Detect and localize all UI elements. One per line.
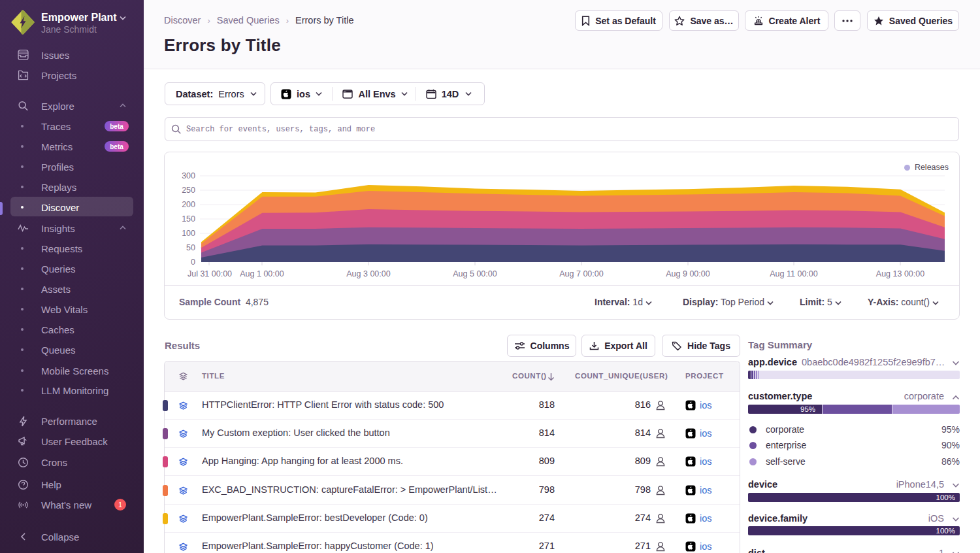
svg-text:Aug 1 00:00: Aug 1 00:00 [240, 269, 284, 278]
svg-text:250: 250 [182, 186, 195, 195]
svg-text:200: 200 [182, 200, 195, 209]
svg-text:50: 50 [186, 243, 195, 252]
svg-text:100: 100 [182, 229, 195, 238]
svg-text:Aug 3 00:00: Aug 3 00:00 [346, 269, 390, 278]
svg-text:300: 300 [182, 171, 195, 180]
svg-text:0: 0 [191, 258, 195, 267]
svg-text:150: 150 [182, 214, 195, 224]
svg-text:Aug 9 00:00: Aug 9 00:00 [666, 269, 710, 278]
svg-text:Jul 31 00:00: Jul 31 00:00 [188, 269, 232, 278]
svg-text:Aug 7 00:00: Aug 7 00:00 [559, 269, 603, 278]
svg-text:Aug 5 00:00: Aug 5 00:00 [453, 269, 497, 278]
